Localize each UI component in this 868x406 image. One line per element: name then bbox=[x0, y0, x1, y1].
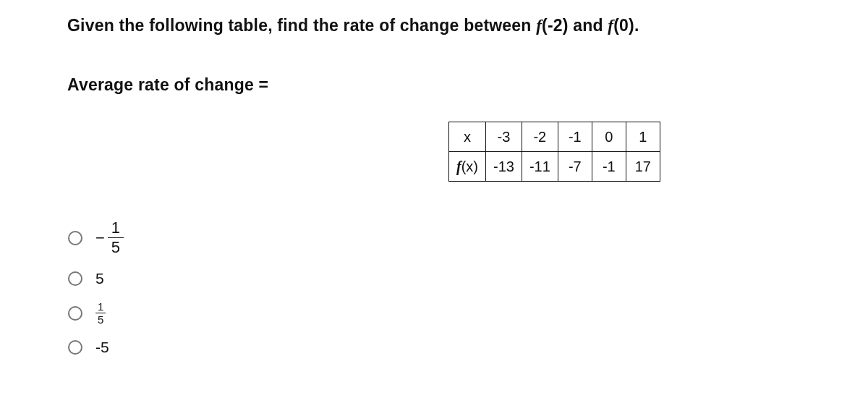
table-cell: -1 bbox=[558, 122, 592, 152]
fraction-denominator: 5 bbox=[95, 313, 106, 326]
option-c[interactable]: 15 bbox=[68, 300, 124, 326]
option-b-label: 5 bbox=[95, 270, 104, 287]
option-d[interactable]: -5 bbox=[68, 339, 124, 356]
table-cell: -1 bbox=[592, 152, 626, 182]
option-a[interactable]: −15 bbox=[68, 219, 124, 257]
table-row: f(x) -13 -11 -7 -1 17 bbox=[449, 152, 660, 182]
table-cell: -11 bbox=[522, 152, 558, 182]
fraction-denominator: 5 bbox=[108, 238, 124, 257]
table-row: x -3 -2 -1 0 1 bbox=[449, 122, 660, 152]
radio-icon bbox=[68, 271, 82, 286]
question-between: and bbox=[569, 16, 608, 35]
fraction: 15 bbox=[108, 219, 124, 257]
table-cell: -13 bbox=[486, 152, 522, 182]
table-cell: -3 bbox=[486, 122, 522, 152]
fx-arg: (x) bbox=[461, 158, 478, 174]
table-cell: 0 bbox=[592, 122, 626, 152]
fraction-numerator: 1 bbox=[95, 300, 106, 313]
f1-symbol: f bbox=[536, 17, 542, 35]
table-cell: -7 bbox=[558, 152, 592, 182]
table-cell: 17 bbox=[626, 152, 660, 182]
question-text: Given the following table, find the rate… bbox=[67, 16, 639, 35]
table-cell: -2 bbox=[522, 122, 558, 152]
table-header-x: x bbox=[449, 122, 486, 152]
option-b[interactable]: 5 bbox=[68, 270, 124, 287]
fraction: 15 bbox=[95, 300, 106, 326]
radio-icon bbox=[68, 340, 82, 355]
question-suffix: . bbox=[634, 16, 639, 35]
table-header-fx: f(x) bbox=[449, 152, 486, 182]
fx-symbol: f bbox=[456, 158, 461, 174]
table-cell: 1 bbox=[626, 122, 660, 152]
negative-sign: − bbox=[95, 229, 105, 248]
answer-options: −15 5 15 -5 bbox=[68, 219, 124, 369]
f2-arg: (0) bbox=[613, 16, 634, 35]
prompt-text: Average rate of change = bbox=[67, 75, 268, 95]
f1-arg: (-2) bbox=[542, 16, 569, 35]
radio-icon bbox=[68, 306, 82, 321]
f2-symbol: f bbox=[608, 17, 613, 35]
option-d-label: -5 bbox=[95, 339, 109, 356]
option-c-label: 15 bbox=[95, 300, 106, 326]
option-a-label: −15 bbox=[95, 219, 124, 257]
question-prefix: Given the following table, find the rate… bbox=[67, 16, 536, 35]
page-root: Given the following table, find the rate… bbox=[0, 0, 868, 406]
fraction-numerator: 1 bbox=[108, 219, 124, 238]
data-table: x -3 -2 -1 0 1 f(x) -13 -11 -7 -1 17 bbox=[448, 122, 660, 182]
radio-icon bbox=[68, 231, 82, 245]
